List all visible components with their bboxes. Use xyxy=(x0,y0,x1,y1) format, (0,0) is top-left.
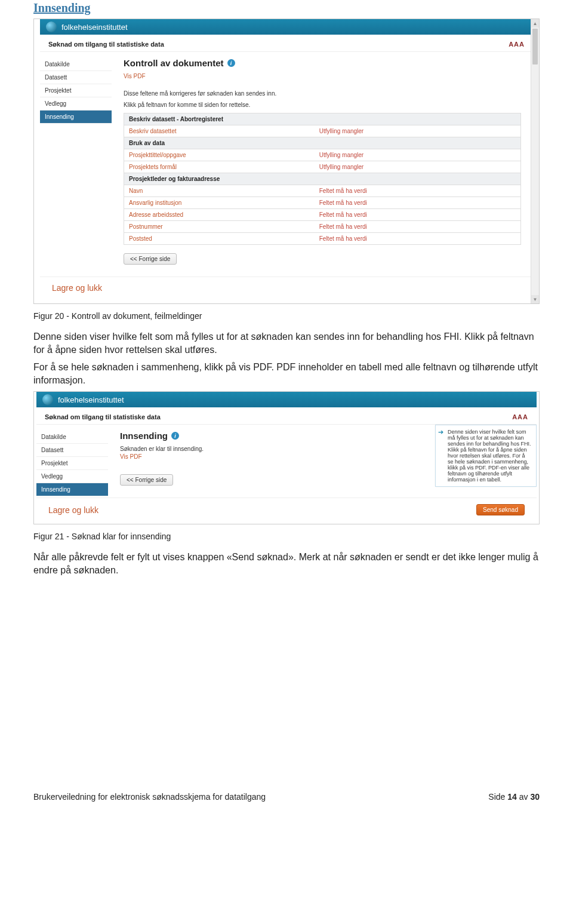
validation-error-message: Feltet må ha verdi xyxy=(315,185,520,197)
sidebar-item-datasett[interactable]: Datasett xyxy=(40,71,112,84)
sidebar-item-innsending[interactable]: Innsending xyxy=(40,110,112,124)
sidebar-item-datasett[interactable]: Datasett xyxy=(36,444,108,457)
ready-text: Søknaden er klar til innsending. xyxy=(120,446,417,452)
validation-field-link[interactable]: Postnummer xyxy=(124,221,315,232)
prev-page-button[interactable]: << Forrige side xyxy=(120,474,173,486)
note-text: Klikk på feltnavn for komme til siden fo… xyxy=(124,102,521,108)
tooltip-text: Denne siden viser hvilke felt som må fyl… xyxy=(448,429,531,483)
arrow-right-icon: ➔ xyxy=(438,428,443,436)
brand-name: folkehelseinstituttet xyxy=(58,395,124,404)
figure-caption: Figur 21 - Søknad klar for innsending xyxy=(33,532,540,541)
validation-row: Adresse arbeidsstedFeltet må ha verdi xyxy=(124,209,520,221)
validation-table: Beskriv datasett - AbortregisteretBeskri… xyxy=(124,113,521,245)
text-size-control[interactable]: AAA xyxy=(509,41,525,48)
logo-icon xyxy=(46,22,57,32)
page-footer: Brukerveiledning for elektronisk søknads… xyxy=(33,792,540,802)
view-pdf-link[interactable]: Vis PDF xyxy=(124,73,146,79)
validation-field-link[interactable]: Prosjektets formål xyxy=(124,161,315,173)
validation-field-link[interactable]: Poststed xyxy=(124,233,315,244)
sidebar-item-datakilde[interactable]: Datakilde xyxy=(40,58,112,71)
sidebar: DatakildeDatasettProsjektetVedleggInnsen… xyxy=(36,425,108,498)
page-heading: Kontroll av dokumentet xyxy=(124,58,224,68)
validation-field-link[interactable]: Navn xyxy=(124,185,315,197)
validation-error-message: Feltet må ha verdi xyxy=(315,233,520,244)
validation-error-message: Feltet må ha verdi xyxy=(315,221,520,232)
validation-row: PostnummerFeltet må ha verdi xyxy=(124,221,520,233)
body-paragraph: Når alle påkrevde felt er fylt ut vises … xyxy=(33,551,540,576)
view-pdf-link[interactable]: Vis PDF xyxy=(120,453,142,460)
page-breadcrumb: Søknad om tilgang til statistiske data xyxy=(48,41,164,48)
figure-20-screenshot: folkehelseinstituttet Søknad om tilgang … xyxy=(33,19,540,304)
sidebar-item-prosjektet[interactable]: Prosjektet xyxy=(36,457,108,470)
validation-section-header: Beskriv datasett - Abortregisteret xyxy=(124,113,520,125)
figure-caption: Figur 20 - Kontroll av dokument, feilmel… xyxy=(33,311,540,321)
info-icon[interactable]: i xyxy=(171,432,179,440)
validation-row: PoststedFeltet må ha verdi xyxy=(124,233,520,245)
section-title: Innsending xyxy=(33,1,540,15)
figure-21-screenshot: folkehelseinstituttet Søknad om tilgang … xyxy=(33,391,540,524)
validation-row: Beskriv datasettetUtfylling mangler xyxy=(124,125,520,137)
sidebar-item-prosjektet[interactable]: Prosjektet xyxy=(40,84,112,97)
validation-row: Ansvarlig institusjonFeltet må ha verdi xyxy=(124,197,520,209)
send-application-button[interactable]: Send søknad xyxy=(476,504,525,515)
body-paragraph: Denne siden viser hvilke felt som må fyl… xyxy=(33,330,540,356)
validation-field-link[interactable]: Adresse arbeidssted xyxy=(124,209,315,220)
validation-field-link[interactable]: Ansvarlig institusjon xyxy=(124,197,315,208)
validation-error-message: Utfylling mangler xyxy=(315,125,520,137)
save-close-link[interactable]: Lagre og lukk xyxy=(52,283,102,293)
validation-error-message: Feltet må ha verdi xyxy=(315,197,520,208)
scroll-up-icon[interactable]: ▲ xyxy=(531,19,539,27)
sidebar: DatakildeDatasettProsjektetVedleggInnsen… xyxy=(40,52,112,277)
logo-icon xyxy=(42,394,53,405)
scrollbar[interactable]: ▲ ▼ xyxy=(531,19,539,303)
app-header: folkehelseinstituttet xyxy=(36,392,537,407)
save-close-link[interactable]: Lagre og lukk xyxy=(48,505,98,515)
breadcrumb-bar: Søknad om tilgang til statistiske data A… xyxy=(36,407,537,425)
page-heading: Innsending xyxy=(120,431,168,441)
main-content: Innsending i Søknaden er klar til innsen… xyxy=(108,425,537,498)
validation-error-message: Utfylling mangler xyxy=(315,149,520,161)
page-breadcrumb: Søknad om tilgang til statistiske data xyxy=(45,413,161,420)
info-icon[interactable]: i xyxy=(227,59,235,67)
validation-section-header: Prosjektleder og fakturaadresse xyxy=(124,173,520,185)
validation-row: Prosjektets formålUtfylling mangler xyxy=(124,161,520,173)
validation-field-link[interactable]: Beskriv datasettet xyxy=(124,125,315,137)
note-text: Disse feltene må korrigeres før søknaden… xyxy=(124,90,521,97)
validation-row: Prosjekttittel/oppgaveUtfylling mangler xyxy=(124,149,520,161)
help-tooltip: ➔ Denne siden viser hvilke felt som må f… xyxy=(435,425,537,487)
validation-error-message: Feltet må ha verdi xyxy=(315,209,520,220)
app-header: folkehelseinstituttet xyxy=(40,19,533,35)
validation-field-link[interactable]: Prosjekttittel/oppgave xyxy=(124,149,315,161)
body-paragraph: For å se hele søknaden i sammenheng, kli… xyxy=(33,361,540,386)
validation-row: NavnFeltet må ha verdi xyxy=(124,185,520,197)
scroll-down-icon[interactable]: ▼ xyxy=(531,295,539,303)
validation-error-message: Utfylling mangler xyxy=(315,161,520,173)
footer-page-number: Side 14 av 30 xyxy=(488,792,540,802)
brand-name: folkehelseinstituttet xyxy=(61,23,128,32)
main-content: Kontroll av dokumentet i Vis PDF Disse f… xyxy=(112,52,533,277)
sidebar-item-vedlegg[interactable]: Vedlegg xyxy=(36,470,108,483)
prev-page-button[interactable]: << Forrige side xyxy=(124,253,177,265)
validation-section-header: Bruk av data xyxy=(124,137,520,149)
sidebar-item-innsending[interactable]: Innsending xyxy=(36,483,108,496)
footer-doc-title: Brukerveiledning for elektronisk søknads… xyxy=(33,792,266,802)
sidebar-item-datakilde[interactable]: Datakilde xyxy=(36,431,108,444)
sidebar-item-vedlegg[interactable]: Vedlegg xyxy=(40,97,112,110)
text-size-control[interactable]: AAA xyxy=(512,413,528,420)
breadcrumb-bar: Søknad om tilgang til statistiske data A… xyxy=(40,35,533,52)
